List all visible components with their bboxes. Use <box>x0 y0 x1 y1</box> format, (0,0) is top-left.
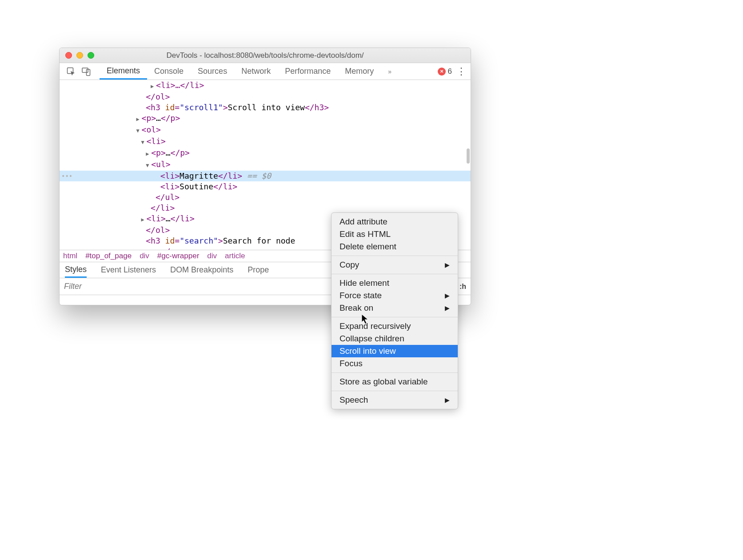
scrollbar-thumb[interactable] <box>467 148 470 164</box>
error-icon <box>438 68 446 76</box>
chevron-right-double-icon: » <box>388 68 391 75</box>
dom-node[interactable]: ▼<li> <box>60 136 471 148</box>
ctx-force-state[interactable]: Force state▶ <box>332 289 458 302</box>
chevron-right-icon: ▶ <box>445 292 450 299</box>
ctx-hide-element[interactable]: Hide element <box>332 277 458 289</box>
ctx-label: Store as global variable <box>340 377 428 387</box>
window-titlebar: DevTools - localhost:8080/web/tools/chro… <box>60 48 471 63</box>
context-menu: Add attribute Edit as HTML Delete elemen… <box>331 212 458 409</box>
tab-dom-breakpoints[interactable]: DOM Breakpoints <box>170 265 233 275</box>
ctx-delete-element[interactable]: Delete element <box>332 240 458 253</box>
dom-node[interactable]: </ol> <box>60 92 471 102</box>
breadcrumb-item[interactable]: article <box>225 252 245 260</box>
tab-event-listeners[interactable]: Event Listeners <box>101 265 156 275</box>
ctx-label: Collapse children <box>340 334 404 344</box>
breadcrumb-item[interactable]: div <box>140 252 149 260</box>
toolbar-right: 6 ⋮ <box>438 66 471 77</box>
devtools-window: DevTools - localhost:8080/web/tools/chro… <box>59 48 471 305</box>
tab-overflow[interactable]: » <box>381 63 399 80</box>
device-toolbar-icon[interactable] <box>81 66 92 77</box>
ctx-break-on[interactable]: Break on▶ <box>332 302 458 314</box>
ctx-scroll-into-view[interactable]: Scroll into view <box>332 345 458 357</box>
tab-console[interactable]: Console <box>147 63 191 80</box>
error-count-badge[interactable]: 6 <box>438 67 452 76</box>
chevron-right-icon: ▶ <box>445 304 450 312</box>
ctx-label: Delete element <box>340 242 396 252</box>
dom-node[interactable]: ▼<ul> <box>60 159 471 171</box>
error-count: 6 <box>448 67 452 76</box>
tab-properties[interactable]: Prope <box>248 265 269 275</box>
tab-performance[interactable]: Performance <box>278 63 338 80</box>
ctx-separator <box>332 372 458 373</box>
ctx-label: Copy <box>340 260 359 270</box>
minimize-window-button[interactable] <box>76 52 83 59</box>
ctx-add-attribute[interactable]: Add attribute <box>332 216 458 228</box>
ctx-label: Scroll into view <box>340 346 396 356</box>
panel-tabs: Elements Console Sources Network Perform… <box>100 63 438 80</box>
ctx-separator <box>332 391 458 391</box>
ctx-label: Force state <box>340 291 382 300</box>
ctx-label: Add attribute <box>340 217 387 227</box>
inspect-element-icon[interactable] <box>66 66 76 77</box>
dom-node-selected[interactable]: ••• <li>Magritte</li> == $0 <box>60 171 471 181</box>
dom-node[interactable]: <h3 id="scroll1">Scroll into view</h3> <box>60 102 471 113</box>
dom-node[interactable]: ▶<li>…</li> <box>60 80 471 92</box>
ctx-label: Break on <box>340 303 373 313</box>
svg-rect-1 <box>82 68 88 72</box>
dom-node[interactable]: <li>Soutine</li> <box>60 181 471 192</box>
ctx-expand-recursively[interactable]: Expand recursively <box>332 320 458 332</box>
ctx-label: Hide element <box>340 278 389 288</box>
tab-label: Sources <box>198 67 227 76</box>
ctx-separator <box>332 256 458 256</box>
ctx-focus[interactable]: Focus <box>332 357 458 370</box>
traffic-lights <box>65 52 94 59</box>
chevron-right-icon: ▶ <box>445 261 450 268</box>
dom-node[interactable]: ▶<p>…</p> <box>60 148 471 159</box>
dom-node[interactable]: </li> <box>60 203 471 213</box>
ctx-label: Edit as HTML <box>340 229 391 239</box>
zoom-window-button[interactable] <box>88 52 94 59</box>
tab-sources[interactable]: Sources <box>191 63 234 80</box>
tab-network[interactable]: Network <box>234 63 278 80</box>
tab-styles[interactable]: Styles <box>65 262 87 278</box>
ctx-label: Expand recursively <box>340 321 411 331</box>
ctx-store-global-variable[interactable]: Store as global variable <box>332 376 458 388</box>
breadcrumb-item[interactable]: html <box>63 252 77 260</box>
ctx-label: Speech <box>340 395 368 405</box>
window-title: DevTools - localhost:8080/web/tools/chro… <box>60 51 471 60</box>
dom-node[interactable]: ▼<ol> <box>60 124 471 136</box>
tab-label: Elements <box>107 66 140 76</box>
breadcrumb-item[interactable]: #top_of_page <box>85 252 132 260</box>
ctx-separator <box>332 274 458 274</box>
ctx-edit-as-html[interactable]: Edit as HTML <box>332 228 458 240</box>
ctx-copy[interactable]: Copy▶ <box>332 259 458 271</box>
tab-label: Network <box>241 67 271 76</box>
main-toolbar: Elements Console Sources Network Perform… <box>60 63 471 80</box>
tab-memory[interactable]: Memory <box>338 63 381 80</box>
tab-elements[interactable]: Elements <box>100 63 147 80</box>
breadcrumb-item[interactable]: div <box>207 252 217 260</box>
gutter-dots: ••• <box>61 171 72 181</box>
dom-node[interactable]: ▶<p>…</p> <box>60 113 471 124</box>
breadcrumb-item[interactable]: #gc-wrapper <box>157 252 200 260</box>
settings-menu-icon[interactable]: ⋮ <box>456 66 466 77</box>
ctx-separator <box>332 317 458 317</box>
chevron-right-icon: ▶ <box>445 396 450 404</box>
ctx-label: Focus <box>340 359 363 368</box>
ctx-speech[interactable]: Speech▶ <box>332 394 458 406</box>
tab-label: Memory <box>345 67 374 76</box>
tab-label: Performance <box>285 67 331 76</box>
ctx-collapse-children[interactable]: Collapse children <box>332 332 458 345</box>
dom-node[interactable]: </ul> <box>60 192 471 203</box>
close-window-button[interactable] <box>65 52 72 59</box>
tab-label: Console <box>154 67 184 76</box>
